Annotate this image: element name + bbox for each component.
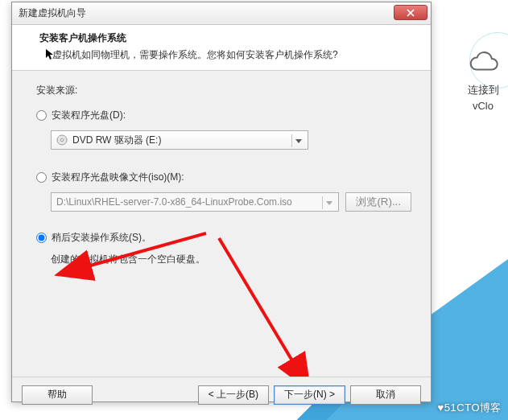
- side-text2: vClo: [455, 98, 508, 114]
- back-button[interactable]: < 上一步(B): [198, 385, 269, 405]
- chevron-down-icon: [322, 196, 335, 209]
- header-subtitle-text: 虚拟机如同物理机，需要操作系统。您将如何安装客户机操作系统?: [52, 49, 338, 60]
- disc-drive-dropdown[interactable]: DVD RW 驱动器 (E:): [51, 130, 308, 150]
- header-subtitle: 虚拟机如同物理机，需要操作系统。您将如何安装客户机操作系统?: [52, 48, 418, 62]
- side-panel: 连接到 vClo: [455, 37, 508, 214]
- radio-disc[interactable]: [36, 110, 47, 121]
- titlebar: 新建虚拟机向导: [12, 2, 431, 25]
- cursor-icon: [46, 49, 54, 63]
- next-button[interactable]: 下一步(N) >: [274, 385, 345, 405]
- svg-point-1: [60, 138, 64, 142]
- browse-button: 浏览(R)...: [345, 192, 411, 212]
- chevron-down-icon: [291, 134, 304, 147]
- option-disc-label: 安装程序光盘(D):: [52, 109, 126, 122]
- side-text1: 连接到: [455, 82, 508, 98]
- cloud-icon: [465, 50, 501, 74]
- install-from-label: 安装来源:: [36, 84, 411, 97]
- disc-drive-value: DVD RW 驱动器 (E:): [72, 134, 161, 147]
- close-button[interactable]: [394, 5, 427, 20]
- iso-path-dropdown: D:\Linux\RHEL-server-7.0-x86_64-LinuxPro…: [51, 192, 339, 212]
- option-iso[interactable]: 安装程序光盘映像文件(iso)(M):: [36, 171, 411, 184]
- header: 安装客户机操作系统 虚拟机如同物理机，需要操作系统。您将如何安装客户机操作系统?: [12, 25, 431, 71]
- watermark: ♥51CTO博客: [438, 401, 502, 415]
- footer: 帮助 < 上一步(B) 下一步(N) > 取消: [12, 377, 431, 412]
- iso-path-value: D:\Linux\RHEL-server-7.0-x86_64-LinuxPro…: [56, 196, 292, 208]
- option-iso-label: 安装程序光盘映像文件(iso)(M):: [52, 171, 184, 184]
- header-title: 安装客户机操作系统: [39, 31, 418, 45]
- radio-iso[interactable]: [36, 172, 47, 183]
- option-later-hint: 创建的虚拟机将包含一个空白硬盘。: [51, 253, 411, 266]
- content: 安装来源: 安装程序光盘(D): DVD RW 驱动器 (E:) 安装程序光盘映…: [12, 71, 431, 377]
- dialog-title: 新建虚拟机向导: [19, 6, 86, 20]
- option-disc[interactable]: 安装程序光盘(D):: [36, 109, 411, 122]
- cancel-button[interactable]: 取消: [350, 385, 421, 405]
- radio-later[interactable]: [36, 233, 47, 243]
- help-button[interactable]: 帮助: [22, 385, 93, 405]
- disc-icon: [56, 134, 68, 146]
- option-later-label: 稍后安装操作系统(S)。: [52, 231, 151, 245]
- wizard-dialog: 新建虚拟机向导 安装客户机操作系统 虚拟机如同物理机，需要操作系统。您将如何安装…: [11, 2, 432, 402]
- option-later[interactable]: 稍后安装操作系统(S)。: [36, 231, 411, 245]
